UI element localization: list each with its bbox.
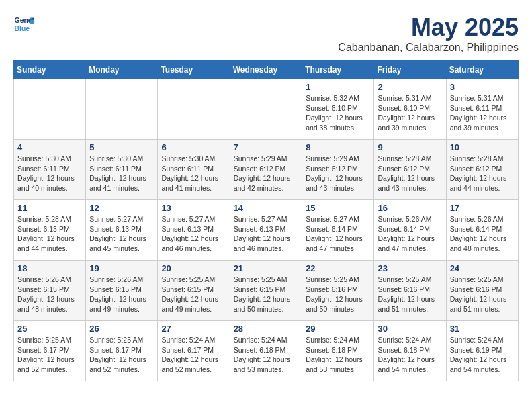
day-number: 31 <box>450 324 515 334</box>
week-row-3: 11Sunrise: 5:28 AMSunset: 6:13 PMDayligh… <box>14 200 519 261</box>
calendar-cell: 6Sunrise: 5:30 AMSunset: 6:11 PMDaylight… <box>158 140 230 200</box>
day-info: Sunrise: 5:29 AMSunset: 6:12 PMDaylight:… <box>234 154 299 193</box>
main-title: May 2025 <box>338 13 519 42</box>
day-number: 23 <box>378 263 442 273</box>
day-number: 18 <box>17 263 82 273</box>
day-number: 8 <box>306 142 370 152</box>
day-info: Sunrise: 5:24 AMSunset: 6:18 PMDaylight:… <box>234 335 299 375</box>
svg-text:Blue: Blue <box>15 25 30 32</box>
calendar-cell: 22Sunrise: 5:25 AMSunset: 6:16 PMDayligh… <box>302 261 374 321</box>
calendar-cell: 12Sunrise: 5:27 AMSunset: 6:13 PMDayligh… <box>86 200 158 261</box>
day-number: 12 <box>89 203 154 213</box>
calendar-cell: 30Sunrise: 5:24 AMSunset: 6:18 PMDayligh… <box>374 321 446 381</box>
day-number: 4 <box>17 142 82 152</box>
calendar-cell: 27Sunrise: 5:24 AMSunset: 6:17 PMDayligh… <box>158 321 230 381</box>
day-info: Sunrise: 5:31 AMSunset: 6:10 PMDaylight:… <box>378 93 442 133</box>
day-info: Sunrise: 5:25 AMSunset: 6:15 PMDaylight:… <box>161 275 226 314</box>
day-number: 16 <box>378 203 442 213</box>
day-info: Sunrise: 5:24 AMSunset: 6:18 PMDaylight:… <box>378 335 442 375</box>
calendar-cell: 9Sunrise: 5:28 AMSunset: 6:12 PMDaylight… <box>374 140 446 200</box>
day-number: 14 <box>234 203 299 213</box>
calendar-cell: 3Sunrise: 5:31 AMSunset: 6:11 PMDaylight… <box>446 79 518 140</box>
calendar: SundayMondayTuesdayWednesdayThursdayFrid… <box>13 60 519 381</box>
day-info: Sunrise: 5:30 AMSunset: 6:11 PMDaylight:… <box>17 154 82 193</box>
day-number: 26 <box>89 324 154 334</box>
day-info: Sunrise: 5:26 AMSunset: 6:14 PMDaylight:… <box>450 214 515 254</box>
calendar-cell <box>158 79 230 140</box>
calendar-cell <box>230 79 302 140</box>
day-number: 30 <box>378 324 442 334</box>
day-info: Sunrise: 5:27 AMSunset: 6:13 PMDaylight:… <box>161 214 226 254</box>
calendar-cell: 21Sunrise: 5:25 AMSunset: 6:15 PMDayligh… <box>230 261 302 321</box>
calendar-cell: 2Sunrise: 5:31 AMSunset: 6:10 PMDaylight… <box>374 79 446 140</box>
day-info: Sunrise: 5:25 AMSunset: 6:16 PMDaylight:… <box>306 275 370 314</box>
day-number: 13 <box>161 203 226 213</box>
logo: General Blue <box>13 13 35 35</box>
day-info: Sunrise: 5:27 AMSunset: 6:14 PMDaylight:… <box>306 214 370 254</box>
day-number: 28 <box>234 324 299 334</box>
calendar-cell: 17Sunrise: 5:26 AMSunset: 6:14 PMDayligh… <box>446 200 518 261</box>
calendar-cell: 15Sunrise: 5:27 AMSunset: 6:14 PMDayligh… <box>302 200 374 261</box>
header: General Blue May 2025 Cabanbanan, Calaba… <box>13 13 519 54</box>
day-number: 29 <box>306 324 370 334</box>
calendar-cell: 18Sunrise: 5:26 AMSunset: 6:15 PMDayligh… <box>14 261 86 321</box>
calendar-cell: 20Sunrise: 5:25 AMSunset: 6:15 PMDayligh… <box>158 261 230 321</box>
calendar-cell: 8Sunrise: 5:29 AMSunset: 6:12 PMDaylight… <box>302 140 374 200</box>
calendar-cell: 7Sunrise: 5:29 AMSunset: 6:12 PMDaylight… <box>230 140 302 200</box>
day-info: Sunrise: 5:25 AMSunset: 6:17 PMDaylight:… <box>17 335 82 375</box>
day-number: 10 <box>450 142 515 152</box>
weekday-header-friday: Friday <box>374 61 446 79</box>
day-number: 24 <box>450 263 515 273</box>
day-number: 27 <box>161 324 226 334</box>
title-area: May 2025 Cabanbanan, Calabarzon, Philipp… <box>338 13 519 54</box>
logo-icon: General Blue <box>13 13 35 35</box>
weekday-header-wednesday: Wednesday <box>230 61 302 79</box>
day-number: 1 <box>306 82 370 92</box>
day-info: Sunrise: 5:28 AMSunset: 6:13 PMDaylight:… <box>17 214 82 254</box>
day-number: 9 <box>378 142 442 152</box>
weekday-header-sunday: Sunday <box>14 61 86 79</box>
calendar-cell <box>86 79 158 140</box>
day-info: Sunrise: 5:24 AMSunset: 6:18 PMDaylight:… <box>306 335 370 375</box>
day-info: Sunrise: 5:30 AMSunset: 6:11 PMDaylight:… <box>161 154 226 193</box>
day-info: Sunrise: 5:28 AMSunset: 6:12 PMDaylight:… <box>378 154 442 193</box>
day-info: Sunrise: 5:26 AMSunset: 6:14 PMDaylight:… <box>378 214 442 254</box>
calendar-cell: 10Sunrise: 5:28 AMSunset: 6:12 PMDayligh… <box>446 140 518 200</box>
weekday-header-row: SundayMondayTuesdayWednesdayThursdayFrid… <box>14 61 519 79</box>
calendar-cell <box>14 79 86 140</box>
day-number: 5 <box>89 142 154 152</box>
calendar-cell: 24Sunrise: 5:25 AMSunset: 6:16 PMDayligh… <box>446 261 518 321</box>
day-info: Sunrise: 5:32 AMSunset: 6:10 PMDaylight:… <box>306 93 370 133</box>
day-info: Sunrise: 5:25 AMSunset: 6:16 PMDaylight:… <box>450 275 515 314</box>
day-info: Sunrise: 5:31 AMSunset: 6:11 PMDaylight:… <box>450 93 515 133</box>
day-info: Sunrise: 5:26 AMSunset: 6:15 PMDaylight:… <box>17 275 82 314</box>
week-row-4: 18Sunrise: 5:26 AMSunset: 6:15 PMDayligh… <box>14 261 519 321</box>
subtitle: Cabanbanan, Calabarzon, Philippines <box>338 42 519 54</box>
day-number: 19 <box>89 263 154 273</box>
weekday-header-saturday: Saturday <box>446 61 518 79</box>
day-number: 11 <box>17 203 82 213</box>
calendar-cell: 1Sunrise: 5:32 AMSunset: 6:10 PMDaylight… <box>302 79 374 140</box>
calendar-cell: 16Sunrise: 5:26 AMSunset: 6:14 PMDayligh… <box>374 200 446 261</box>
calendar-cell: 31Sunrise: 5:24 AMSunset: 6:19 PMDayligh… <box>446 321 518 381</box>
day-number: 17 <box>450 203 515 213</box>
day-number: 6 <box>161 142 226 152</box>
day-info: Sunrise: 5:27 AMSunset: 6:13 PMDaylight:… <box>234 214 299 254</box>
calendar-cell: 19Sunrise: 5:26 AMSunset: 6:15 PMDayligh… <box>86 261 158 321</box>
day-info: Sunrise: 5:30 AMSunset: 6:11 PMDaylight:… <box>89 154 154 193</box>
weekday-header-thursday: Thursday <box>302 61 374 79</box>
weekday-header-monday: Monday <box>86 61 158 79</box>
day-info: Sunrise: 5:28 AMSunset: 6:12 PMDaylight:… <box>450 154 515 193</box>
day-number: 15 <box>306 203 370 213</box>
day-number: 21 <box>234 263 299 273</box>
calendar-cell: 25Sunrise: 5:25 AMSunset: 6:17 PMDayligh… <box>14 321 86 381</box>
week-row-1: 1Sunrise: 5:32 AMSunset: 6:10 PMDaylight… <box>14 79 519 140</box>
calendar-cell: 4Sunrise: 5:30 AMSunset: 6:11 PMDaylight… <box>14 140 86 200</box>
day-number: 3 <box>450 82 515 92</box>
calendar-cell: 29Sunrise: 5:24 AMSunset: 6:18 PMDayligh… <box>302 321 374 381</box>
calendar-cell: 26Sunrise: 5:25 AMSunset: 6:17 PMDayligh… <box>86 321 158 381</box>
day-info: Sunrise: 5:25 AMSunset: 6:15 PMDaylight:… <box>234 275 299 314</box>
calendar-cell: 23Sunrise: 5:25 AMSunset: 6:16 PMDayligh… <box>374 261 446 321</box>
day-info: Sunrise: 5:29 AMSunset: 6:12 PMDaylight:… <box>306 154 370 193</box>
week-row-2: 4Sunrise: 5:30 AMSunset: 6:11 PMDaylight… <box>14 140 519 200</box>
